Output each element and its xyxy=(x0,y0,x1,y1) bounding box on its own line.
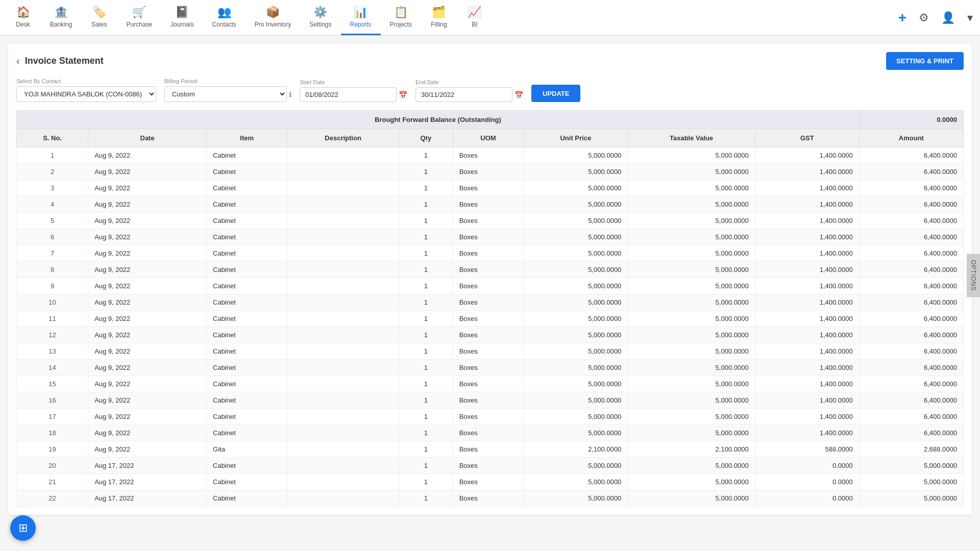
billing-period-label: Billing Period xyxy=(164,78,291,84)
nav-settings[interactable]: ⚙️ Settings xyxy=(300,0,340,35)
nav-projects[interactable]: 📋 Projects xyxy=(381,0,421,35)
cell-qty: 1 xyxy=(399,490,453,507)
cell-qty: 1 xyxy=(399,229,453,245)
cell-date: Aug 9, 2022 xyxy=(88,441,207,458)
table-row: 7 Aug 9, 2022 Cabinet 1 Boxes 5,000.0000… xyxy=(17,245,964,262)
cell-qty: 1 xyxy=(399,180,453,196)
update-button[interactable]: UPDATE xyxy=(531,85,580,102)
end-date-input[interactable] xyxy=(415,87,512,102)
cell-amount: 6,400.0000 xyxy=(859,262,963,278)
end-date-filter-group: End Date 📅 xyxy=(415,79,523,102)
cell-gst: 1,400.0000 xyxy=(755,164,859,180)
setting-print-button[interactable]: SETTING & PRINT xyxy=(886,52,964,70)
nav-pro-inventory[interactable]: 📦 Pro Inventory xyxy=(246,0,300,35)
cell-desc xyxy=(287,147,399,164)
cell-sno: 18 xyxy=(17,425,88,441)
add-button[interactable]: + xyxy=(896,8,909,28)
end-date-calendar-icon[interactable]: 📅 xyxy=(514,91,523,99)
cell-qty: 1 xyxy=(399,294,453,311)
cell-unit-price: 5,000.0000 xyxy=(524,229,628,245)
nav-journals[interactable]: 📓 Journals xyxy=(161,0,203,35)
cell-sno: 6 xyxy=(17,229,88,245)
cell-date: Aug 9, 2022 xyxy=(88,425,207,441)
cell-desc xyxy=(287,278,399,294)
cell-date: Aug 9, 2022 xyxy=(88,196,207,213)
nav-bi[interactable]: 📈 BI xyxy=(457,0,493,35)
cell-uom: Boxes xyxy=(453,311,524,327)
cell-date: Aug 9, 2022 xyxy=(88,311,207,327)
brought-forward-label: Brought Forward Balance (Outstanding) xyxy=(17,111,860,129)
nav-filling[interactable]: 🗂️ Filling xyxy=(421,0,457,35)
cell-unit-price: 5,000.0000 xyxy=(524,376,628,392)
cell-gst: 1,400.0000 xyxy=(755,278,859,294)
start-date-input[interactable] xyxy=(300,87,397,102)
cell-taxable-value: 5,000.0000 xyxy=(628,278,755,294)
cell-qty: 1 xyxy=(399,360,453,376)
cell-date: Aug 9, 2022 xyxy=(88,229,207,245)
nav-purchase[interactable]: 🛒 Purchase xyxy=(117,0,161,35)
options-tab[interactable]: OPTIONS xyxy=(967,254,980,297)
top-nav: 🏠 Desk 🏦 Banking 🏷️ Sales 🛒 Purchase 📓 J… xyxy=(0,0,980,36)
cell-desc xyxy=(287,376,399,392)
page-header: ‹ Invoice Statement SETTING & PRINT xyxy=(16,52,964,70)
cell-qty: 1 xyxy=(399,392,453,409)
float-action-button[interactable]: ⊞ xyxy=(10,515,36,523)
cell-desc xyxy=(287,343,399,360)
info-icon[interactable]: ℹ xyxy=(289,90,291,98)
nav-sales[interactable]: 🏷️ Sales xyxy=(81,0,117,35)
cell-uom: Boxes xyxy=(453,213,524,229)
cell-uom: Boxes xyxy=(453,458,524,474)
table-row: 14 Aug 9, 2022 Cabinet 1 Boxes 5,000.000… xyxy=(17,360,964,376)
cell-amount: 6,400.0000 xyxy=(859,180,963,196)
cell-gst: 1,400.0000 xyxy=(755,343,859,360)
cell-uom: Boxes xyxy=(453,262,524,278)
col-header-unit-price: Unit Price xyxy=(524,129,628,147)
cell-taxable-value: 5,000.0000 xyxy=(628,327,755,343)
cell-sno: 10 xyxy=(17,294,88,311)
nav-bi-label: BI xyxy=(472,21,477,28)
cell-unit-price: 5,000.0000 xyxy=(524,245,628,262)
cell-sno: 5 xyxy=(17,213,88,229)
cell-unit-price: 5,000.0000 xyxy=(524,213,628,229)
table-row: 20 Aug 17, 2022 Cabinet 1 Boxes 5,000.00… xyxy=(17,458,964,474)
journals-icon: 📓 xyxy=(175,6,189,19)
nav-projects-label: Projects xyxy=(390,21,412,28)
table-header-row: S. No. Date Item Description Qty UOM Uni… xyxy=(17,129,964,147)
cell-item: Cabinet xyxy=(207,213,287,229)
cell-qty: 1 xyxy=(399,458,453,474)
cell-amount: 5,000.0000 xyxy=(859,474,963,490)
table-row: 3 Aug 9, 2022 Cabinet 1 Boxes 5,000.0000… xyxy=(17,180,964,196)
table-row: 1 Aug 9, 2022 Cabinet 1 Boxes 5,000.0000… xyxy=(17,147,964,164)
cell-uom: Boxes xyxy=(453,343,524,360)
cell-item: Cabinet xyxy=(207,327,287,343)
nav-banking[interactable]: 🏦 Banking xyxy=(41,0,81,35)
nav-contacts[interactable]: 👥 Contacts xyxy=(203,0,245,35)
user-button[interactable]: 👤 xyxy=(939,9,957,27)
cell-date: Aug 9, 2022 xyxy=(88,245,207,262)
cell-gst: 0.0000 xyxy=(755,490,859,507)
cell-taxable-value: 5,000.0000 xyxy=(628,311,755,327)
start-date-calendar-icon[interactable]: 📅 xyxy=(399,91,407,99)
cell-amount: 6,400.0000 xyxy=(859,164,963,180)
cell-sno: 19 xyxy=(17,441,88,458)
billing-period-select[interactable]: Custom xyxy=(164,86,287,102)
cell-desc xyxy=(287,425,399,441)
table-row: 21 Aug 17, 2022 Cabinet 1 Boxes 5,000.00… xyxy=(17,474,964,490)
back-button[interactable]: ‹ xyxy=(16,55,20,67)
global-settings-button[interactable]: ⚙ xyxy=(917,9,931,27)
dropdown-button[interactable]: ▾ xyxy=(965,9,975,27)
contact-filter-group: Select By Contact YOJI MAHINDRA SABLOK (… xyxy=(16,78,156,102)
cell-gst: 1,400.0000 xyxy=(755,147,859,164)
cell-qty: 1 xyxy=(399,474,453,490)
cell-item: Cabinet xyxy=(207,376,287,392)
cell-amount: 6,400.0000 xyxy=(859,376,963,392)
cell-sno: 2 xyxy=(17,164,88,180)
contact-select[interactable]: YOJI MAHINDRA SABLOK (CON-0086) xyxy=(16,86,156,102)
cell-gst: 1,400.0000 xyxy=(755,180,859,196)
nav-desk[interactable]: 🏠 Desk xyxy=(5,0,41,35)
nav-reports[interactable]: 📊 Reports xyxy=(341,0,381,35)
table-row: 15 Aug 9, 2022 Cabinet 1 Boxes 5,000.000… xyxy=(17,376,964,392)
cell-taxable-value: 5,000.0000 xyxy=(628,474,755,490)
cell-desc xyxy=(287,392,399,409)
col-header-uom: UOM xyxy=(453,129,524,147)
